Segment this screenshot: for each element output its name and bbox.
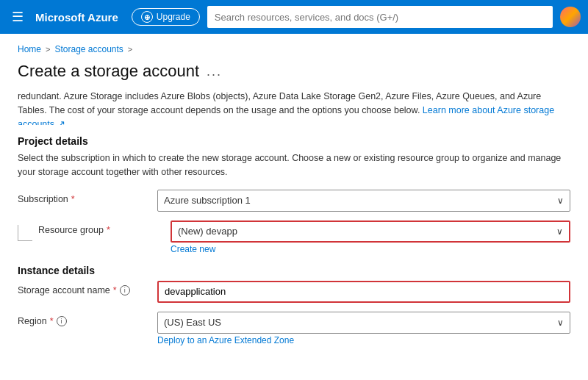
create-new-link[interactable]: Create new [171, 244, 215, 254]
upgrade-button[interactable]: ⊕ Upgrade [132, 8, 200, 26]
subscription-dropdown[interactable]: Azure subscription 1 ∨ [157, 190, 570, 212]
page-description: redundant. Azure Storage includes Azure … [18, 90, 570, 125]
region-dropdown[interactable]: (US) East US ∨ [157, 312, 570, 334]
info-icon-region[interactable]: i [57, 316, 67, 326]
external-link-icon: ↗ [57, 119, 65, 126]
subscription-row: Subscription * Azure subscription 1 ∨ [18, 190, 570, 212]
resource-group-section: Resource group * (New) devapp ∨ Create n… [18, 221, 570, 254]
subscription-label: Subscription * [18, 190, 150, 204]
info-icon-san[interactable]: i [120, 285, 130, 295]
required-indicator-rg: * [107, 225, 110, 235]
subscription-value: Azure subscription 1 [164, 195, 251, 206]
project-details-title: Project details [18, 135, 570, 147]
main-content: Home > Storage accounts > Create a stora… [0, 34, 588, 380]
chevron-down-icon: ∨ [557, 196, 564, 206]
chevron-down-icon-rg: ∨ [556, 226, 563, 237]
instance-details-title: Instance details [18, 265, 570, 276]
resource-group-control: (New) devapp ∨ Create new [171, 221, 570, 254]
breadcrumb: Home > Storage accounts > [18, 44, 570, 54]
more-options-button[interactable]: ... [207, 64, 222, 79]
top-navigation: ☰ Microsoft Azure ⊕ Upgrade [0, 0, 588, 34]
page-title: Create a storage account [18, 62, 199, 81]
storage-account-name-control [157, 281, 570, 303]
chevron-down-icon-region: ∨ [557, 318, 564, 328]
storage-account-name-label: Storage account name * i [18, 281, 150, 295]
breadcrumb-storage-accounts[interactable]: Storage accounts [54, 44, 123, 54]
required-indicator: * [71, 194, 75, 204]
hamburger-menu[interactable]: ☰ [7, 9, 28, 25]
upgrade-label: Upgrade [157, 12, 190, 22]
required-indicator-region: * [50, 316, 54, 326]
breadcrumb-home[interactable]: Home [18, 44, 41, 54]
resource-group-dropdown[interactable]: (New) devapp ∨ [171, 221, 570, 243]
subscription-control: Azure subscription 1 ∨ [157, 190, 570, 212]
region-label: Region * i [18, 312, 150, 326]
storage-account-name-input[interactable] [157, 281, 570, 303]
storage-account-name-row: Storage account name * i [18, 281, 570, 303]
deploy-extended-zone-link[interactable]: Deploy to an Azure Extended Zone [157, 335, 294, 345]
region-row: Region * i (US) East US ∨ Deploy to an A… [18, 312, 570, 345]
region-value: (US) East US [164, 317, 221, 328]
search-input[interactable] [207, 6, 553, 28]
resource-group-label: Resource group * [38, 221, 171, 235]
avatar[interactable] [560, 7, 581, 27]
resource-group-value: (New) devapp [178, 226, 237, 237]
page-title-row: Create a storage account ... [18, 62, 570, 81]
breadcrumb-sep-1: > [46, 45, 50, 54]
project-details-description: Select the subscription in which to crea… [18, 151, 570, 179]
upgrade-icon: ⊕ [141, 11, 153, 23]
azure-logo: Microsoft Azure [35, 11, 118, 24]
required-indicator-san: * [113, 285, 117, 295]
region-control: (US) East US ∨ Deploy to an Azure Extend… [157, 312, 570, 345]
breadcrumb-sep-2: > [128, 45, 132, 54]
tree-line [18, 225, 32, 241]
resource-group-label-col: Resource group * [18, 221, 171, 241]
